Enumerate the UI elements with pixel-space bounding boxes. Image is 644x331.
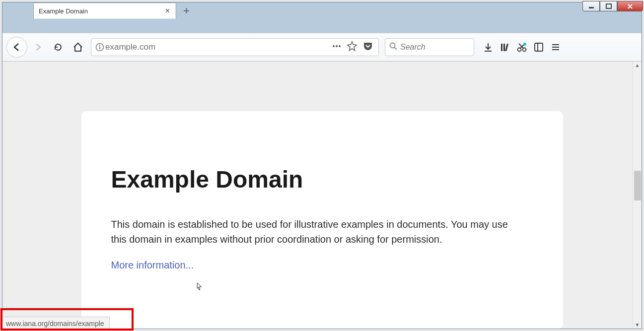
url-text[interactable]: example.com [105, 42, 330, 52]
vertical-scrollbar[interactable]: ▲ ▼ [633, 62, 642, 329]
address-bar[interactable]: example.com [91, 38, 379, 56]
forward-arrow-icon [33, 42, 43, 52]
svg-point-15 [523, 48, 526, 52]
toolbar-right-icons [478, 41, 562, 53]
scroll-down-icon[interactable]: ▼ [634, 321, 641, 329]
window-close-button[interactable] [617, 1, 643, 11]
home-button[interactable] [69, 38, 87, 56]
downloads-icon[interactable] [482, 41, 494, 53]
svg-rect-17 [535, 43, 543, 51]
svg-point-7 [339, 45, 341, 47]
page-actions [330, 41, 375, 54]
scrollbar-thumb[interactable] [634, 171, 641, 200]
home-icon [72, 42, 83, 53]
search-bar[interactable] [385, 38, 474, 56]
nav-toolbar: example.com [2, 33, 642, 62]
svg-line-9 [395, 48, 397, 50]
svg-point-3 [99, 45, 100, 46]
page-paragraph: This domain is established to be used fo… [111, 217, 513, 247]
close-icon [627, 3, 634, 10]
svg-point-6 [336, 45, 338, 47]
svg-point-8 [390, 43, 395, 48]
library-icon[interactable] [499, 41, 511, 53]
svg-rect-0 [589, 7, 594, 8]
page-heading: Example Domain [111, 166, 533, 193]
screenshot-icon[interactable] [516, 41, 528, 53]
scroll-up-icon[interactable]: ▲ [634, 62, 641, 69]
more-information-link[interactable]: More information... [111, 260, 194, 270]
reload-button[interactable] [49, 38, 67, 56]
back-arrow-icon [11, 42, 22, 53]
page-content-card: Example Domain This domain is establishe… [81, 111, 563, 329]
site-identity-icon[interactable] [94, 43, 105, 52]
maximize-icon [606, 3, 612, 9]
window-controls [582, 1, 643, 11]
bookmark-star-icon[interactable] [347, 41, 358, 54]
svg-rect-11 [501, 44, 502, 51]
svg-point-14 [518, 48, 521, 52]
minimize-icon [588, 3, 594, 9]
pocket-icon[interactable] [362, 41, 373, 54]
svg-point-5 [333, 45, 335, 47]
info-icon [95, 43, 104, 52]
menu-icon[interactable] [550, 41, 562, 53]
svg-rect-12 [503, 44, 505, 51]
sidebar-icon[interactable] [533, 41, 545, 53]
svg-rect-4 [99, 47, 100, 49]
titlebar: Example Domain × + [2, 2, 642, 16]
tab-strip: Example Domain × + [33, 2, 195, 19]
tab-close-icon[interactable]: × [164, 6, 171, 15]
status-bar-link-preview: www.iana.org/domains/example [0, 317, 110, 331]
svg-rect-1 [606, 4, 611, 8]
tab-active[interactable]: Example Domain × [33, 2, 176, 19]
reload-icon [53, 42, 63, 52]
svg-rect-13 [505, 44, 508, 51]
new-tab-button[interactable]: + [178, 2, 195, 19]
browser-window: Example Domain × + [2, 2, 642, 329]
window-maximize-button[interactable] [600, 1, 617, 11]
window-minimize-button[interactable] [582, 1, 600, 11]
svg-point-16 [523, 43, 526, 46]
page-actions-menu-icon[interactable] [332, 41, 342, 53]
forward-button[interactable] [29, 38, 47, 56]
back-button[interactable] [6, 37, 27, 58]
content-viewport: Example Domain This domain is establishe… [2, 62, 642, 329]
tab-title: Example Domain [39, 7, 164, 15]
search-icon [389, 42, 397, 52]
